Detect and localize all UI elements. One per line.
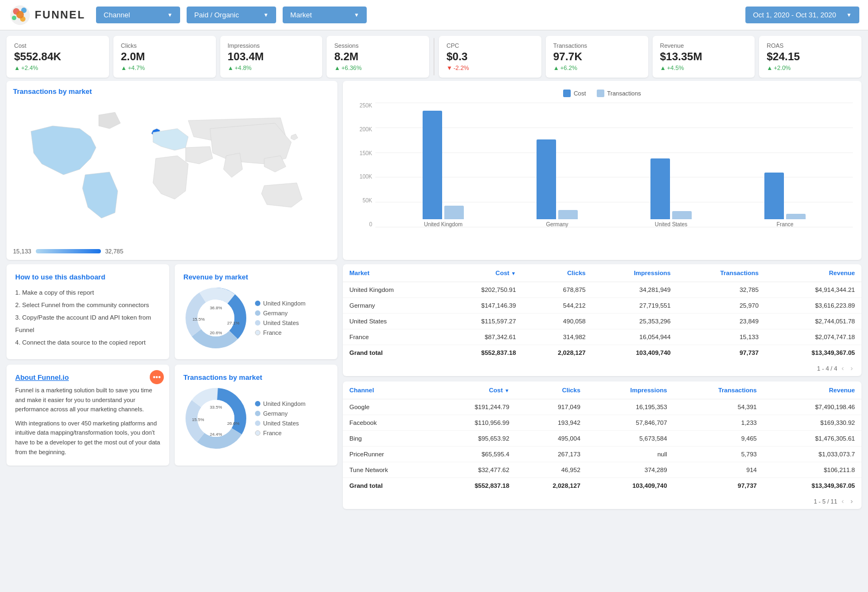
th-cost[interactable]: Cost ▼ (441, 264, 522, 282)
chart-legend: Cost Transactions (352, 90, 853, 97)
ch-th-channel[interactable]: Channel (343, 381, 433, 399)
revenue-pie-title: Revenue by market (183, 273, 329, 281)
kpi-change: ▲+2.0% (767, 65, 854, 71)
kpi-value: $0.3 (446, 50, 534, 63)
table-row: Facebook$110,956.99193,94257,846,7071,23… (343, 415, 861, 431)
th-clicks[interactable]: Clicks (522, 264, 592, 282)
table-row: Google$191,244.79917,04916,195,35354,391… (343, 399, 861, 415)
kpi-change: ▲+4.5% (660, 65, 748, 71)
bar-group-uk: United Kingdom (423, 111, 464, 227)
revenue-donut-chart: 36.8% 27.1% 20.6% 15.5% (183, 285, 248, 351)
svg-text:36.8%: 36.8% (210, 305, 222, 310)
kpi-label: Cost (14, 42, 101, 49)
paid-organic-dropdown[interactable]: Paid / Organic ▼ (187, 7, 276, 23)
bar-uk-tx (444, 206, 464, 219)
table-row: Bing$95,653.92495,0045,673,5849,465$1,47… (343, 431, 861, 447)
kpi-card-sessions: Sessions 8.2M ▲+6.36% (327, 36, 429, 78)
kpi-value: 8.2M (334, 50, 422, 63)
svg-text:33.5%: 33.5% (210, 405, 222, 410)
kpi-label: Clicks (121, 42, 208, 49)
market-next-btn[interactable]: › (848, 363, 855, 373)
kpi-label: ROAS (767, 42, 854, 49)
revenue-pie-legend: United Kingdom Germany United States (255, 300, 305, 336)
left-bottom: How to use this dashboard 1. Make a copy… (7, 264, 337, 509)
bar-label-uk: United Kingdom (424, 221, 462, 227)
kpi-value: $24.15 (767, 50, 854, 63)
chevron-down-icon: ▼ (354, 12, 359, 18)
channel-next-btn[interactable]: › (848, 496, 855, 506)
map-legend: 15,133 32,785 (13, 248, 123, 254)
bottom-row: How to use this dashboard 1. Make a copy… (0, 264, 868, 513)
kpi-change: ▲+2.4% (14, 65, 101, 71)
t-legend-fr: France (255, 430, 305, 436)
kpi-row: Cost $552.84K ▲+2.4% Clicks 2.0M ▲+4.7% … (0, 30, 868, 81)
t-legend-uk: United Kingdom (255, 400, 305, 407)
bar-label-de: Germany (546, 221, 568, 227)
t-legend-de: Germany (255, 410, 305, 417)
step-3: 3. Copy/Paste the account ID and API tok… (15, 311, 161, 336)
channel-prev-btn[interactable]: ‹ (839, 496, 846, 506)
channel-dropdown[interactable]: Channel ▼ (96, 7, 180, 23)
th-impressions[interactable]: Impressions (592, 264, 677, 282)
kpi-value: $13.35M (660, 50, 748, 63)
kpi-change: ▲+4.8% (228, 65, 315, 71)
th-market[interactable]: Market (343, 264, 441, 282)
bar-de-cost (537, 139, 556, 219)
world-map (13, 99, 331, 229)
bar-de-tx (558, 210, 578, 219)
ch-th-impressions[interactable]: Impressions (587, 381, 674, 399)
about-text-1: Funnel is a marketing solution built to … (15, 386, 161, 415)
legend-cost: Cost (563, 90, 586, 97)
about-menu-btn[interactable]: ••• (150, 370, 164, 384)
table-row: France$87,342.61314,98216,054,94415,133$… (343, 329, 861, 345)
kpi-card-transactions: Transactions 97.7K ▲+6.2% (546, 36, 648, 78)
bar-fr-cost (764, 173, 784, 219)
th-revenue[interactable]: Revenue (765, 264, 861, 282)
ch-th-cost[interactable]: Cost ▼ (433, 381, 516, 399)
market-table: Market Cost ▼ Clicks Impressions Transac… (343, 264, 861, 360)
how-to-title: How to use this dashboard (15, 273, 161, 281)
bar-group-fr: France (764, 173, 806, 227)
th-transactions[interactable]: Transactions (677, 264, 765, 282)
date-dropdown[interactable]: Oct 1, 2020 - Oct 31, 2020 ▼ (745, 7, 859, 23)
chevron-down-icon: ▼ (846, 12, 852, 18)
step-4: 4. Connect the data source to the copied… (15, 336, 161, 349)
step-2: 2. Select Funnel from the community conn… (15, 299, 161, 311)
channel-pagination: 1 - 5 / 11 ‹ › (343, 493, 861, 509)
kpi-change: ▲+6.36% (334, 65, 422, 71)
chevron-down-icon: ▼ (263, 12, 269, 18)
kpi-label: CPC (446, 42, 534, 49)
kpi-card-cost: Cost $552.84K ▲+2.4% (7, 36, 109, 78)
map-title: Transactions by market (13, 87, 331, 96)
market-prev-btn[interactable]: ‹ (839, 363, 846, 373)
transactions-pie-title: Transactions by market (183, 373, 329, 381)
kpi-card-clicks: Clicks 2.0M ▲+4.7% (113, 36, 216, 78)
svg-point-3 (12, 16, 16, 20)
market-table-card: Market Cost ▼ Clicks Impressions Transac… (343, 264, 861, 376)
ch-th-clicks[interactable]: Clicks (516, 381, 587, 399)
bar-uk-cost (423, 111, 442, 219)
kpi-label: Transactions (553, 42, 641, 49)
bar-chart-card: Cost Transactions 250K 200K 150K 100K 50… (343, 81, 861, 260)
table-row: Germany$147,146.39544,21227,719,55125,97… (343, 298, 861, 314)
map-legend-max: 32,785 (105, 248, 124, 254)
table-row: United States$115,597.27490,05825,353,29… (343, 314, 861, 329)
kpi-label: Revenue (660, 42, 748, 49)
kpi-value: 97.7K (553, 50, 641, 63)
kpi-card-roas: ROAS $24.15 ▲+2.0% (759, 36, 861, 78)
legend-de: Germany (255, 310, 305, 316)
about-title: About Funnel.io (15, 373, 161, 381)
market-dropdown[interactable]: Market ▼ (283, 7, 367, 23)
svg-point-5 (16, 11, 24, 18)
kpi-change: ▲+6.2% (553, 65, 641, 71)
transactions-pie-legend: United Kingdom Germany United States (255, 400, 305, 436)
ch-th-revenue[interactable]: Revenue (763, 381, 861, 399)
about-card: About Funnel.io ••• Funnel is a marketin… (7, 365, 169, 466)
grand-total-row: Grand total$552,837.182,028,127103,409,7… (343, 345, 861, 361)
kpi-change: ▲+4.7% (121, 65, 208, 71)
transactions-pie-card: Transactions by market 33.5% 26.6% 24.4%… (175, 365, 337, 466)
kpi-value: 2.0M (121, 50, 208, 63)
main-grid: Transactions by market (0, 81, 868, 264)
ch-th-transactions[interactable]: Transactions (674, 381, 763, 399)
step-1: 1. Make a copy of this report (15, 287, 161, 299)
